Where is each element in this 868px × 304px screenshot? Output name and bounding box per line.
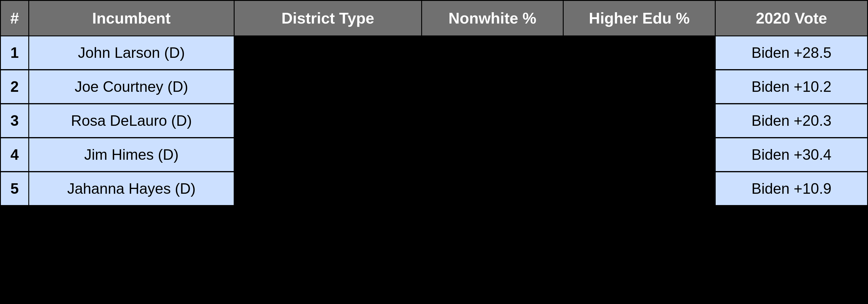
header-nonwhite: Nonwhite % [422, 1, 563, 36]
header-higher-edu: Higher Edu % [563, 1, 715, 36]
header-district-type: District Type [234, 1, 422, 36]
row-incumbent: Rosa DeLauro (D) [29, 104, 234, 138]
row-vote-2020: Biden +28.5 [715, 36, 868, 70]
row-nonwhite [422, 138, 563, 172]
row-incumbent: Jim Himes (D) [29, 138, 234, 172]
row-nonwhite [422, 172, 563, 206]
row-incumbent: John Larson (D) [29, 36, 234, 70]
row-district-type [234, 138, 422, 172]
row-incumbent: Joe Courtney (D) [29, 70, 234, 104]
row-district-type [234, 70, 422, 104]
row-higher-edu [563, 138, 715, 172]
table-row: 4Jim Himes (D)Biden +30.4 [1, 138, 868, 172]
row-vote-2020: Biden +10.9 [715, 172, 868, 206]
row-num: 1 [1, 36, 29, 70]
row-num: 2 [1, 70, 29, 104]
row-incumbent: Jahanna Hayes (D) [29, 172, 234, 206]
row-nonwhite [422, 104, 563, 138]
row-higher-edu [563, 36, 715, 70]
row-num: 3 [1, 104, 29, 138]
row-nonwhite [422, 70, 563, 104]
row-higher-edu [563, 172, 715, 206]
row-district-type [234, 36, 422, 70]
row-nonwhite [422, 36, 563, 70]
header-incumbent: Incumbent [29, 1, 234, 36]
main-table-container: # Incumbent District Type Nonwhite % Hig… [0, 0, 868, 206]
row-num: 5 [1, 172, 29, 206]
table-row: 1John Larson (D)Biden +28.5 [1, 36, 868, 70]
header-vote-2020: 2020 Vote [715, 1, 868, 36]
row-vote-2020: Biden +30.4 [715, 138, 868, 172]
table-row: 3Rosa DeLauro (D)Biden +20.3 [1, 104, 868, 138]
row-higher-edu [563, 70, 715, 104]
row-vote-2020: Biden +10.2 [715, 70, 868, 104]
row-higher-edu [563, 104, 715, 138]
header-num: # [1, 1, 29, 36]
row-district-type [234, 172, 422, 206]
row-vote-2020: Biden +20.3 [715, 104, 868, 138]
table-row: 5Jahanna Hayes (D)Biden +10.9 [1, 172, 868, 206]
data-table: # Incumbent District Type Nonwhite % Hig… [0, 0, 868, 206]
row-district-type [234, 104, 422, 138]
table-row: 2Joe Courtney (D)Biden +10.2 [1, 70, 868, 104]
row-num: 4 [1, 138, 29, 172]
header-row: # Incumbent District Type Nonwhite % Hig… [1, 1, 868, 36]
